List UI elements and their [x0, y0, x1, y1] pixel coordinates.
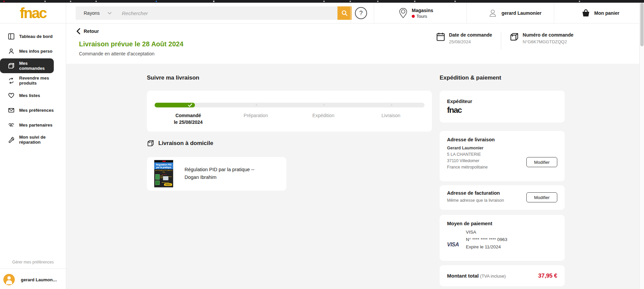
search-input[interactable]	[118, 6, 337, 20]
back-button[interactable]: Retour	[76, 28, 99, 34]
fnac-logo[interactable]: fnac	[20, 6, 46, 20]
product-title: Régulation PID par la pratique -- Dogan …	[185, 166, 254, 181]
calendar-icon	[436, 32, 445, 42]
cover-art: elektor	[154, 174, 173, 187]
order-number-value: N°G6K7MGGTDZQQ2	[523, 39, 573, 44]
product-cover-image: Régulation PID par la pratique avec Rasp…	[154, 160, 173, 187]
mail-icon	[8, 107, 14, 113]
step-expedition: Expédition	[286, 112, 360, 119]
tracking-card: Commandéle 25/08/2024 Préparation Expédi…	[147, 91, 432, 132]
divider	[0, 269, 66, 269]
shipping-address-card: Adresse de livraison Gerard Laumonier 5 …	[440, 131, 565, 181]
basket-icon	[581, 9, 590, 17]
category-dropdown[interactable]: Rayons	[76, 6, 118, 20]
search-button[interactable]	[337, 6, 352, 20]
sidebar-item-label: Mes préférences	[19, 108, 54, 113]
dashboard-icon	[8, 33, 14, 40]
order-header: Retour Livraison prévue le 28 Août 2024 …	[66, 23, 644, 64]
shipper-label: Expéditeur	[447, 99, 472, 104]
order-meta: Date de commande 25/08/2024 Numéro de co…	[436, 32, 573, 50]
total-note: (TVA incluse)	[480, 274, 506, 279]
cart-label: Mon panier	[594, 10, 619, 16]
resell-arrows-icon	[8, 78, 14, 84]
user-icon	[488, 8, 497, 18]
sidebar-item-mes-preferences[interactable]: Mes préférences	[0, 103, 54, 117]
shipper-fnac-logo: fnac	[447, 105, 461, 115]
payment-panel-title: Expédition & paiement	[440, 75, 501, 81]
package-icon	[8, 63, 14, 69]
store-name: Tours	[416, 14, 427, 19]
sidebar-item-label: Mes listes	[19, 93, 40, 98]
avatar	[3, 274, 15, 285]
dot	[213, 1, 214, 2]
shipper-card: Expéditeur fnac	[440, 91, 565, 123]
divider	[374, 3, 374, 23]
payment-details: VISA N° **** **** **** 0963 Expire le 11…	[466, 230, 507, 249]
sidebar-item-mes-listes[interactable]: Mes listes	[0, 88, 54, 103]
dot	[377, 1, 378, 2]
package-icon	[510, 32, 519, 42]
total-label: Montant total	[447, 273, 479, 279]
chevron-down-icon	[108, 12, 112, 14]
sidebar-item-mon-suivi-de-reparation[interactable]: Mon suivi de réparation	[0, 132, 54, 147]
search-icon	[341, 10, 348, 16]
cover-title-band: Régulation PID par la pratique	[154, 162, 173, 169]
sidebar-user[interactable]: gerard Laumon…	[3, 274, 57, 285]
order-date: Date de commande 25/08/2024	[436, 32, 492, 44]
modify-shipping-address-button[interactable]: Modifier	[526, 157, 557, 167]
billing-address-note: Même adresse que la livraison	[447, 198, 504, 203]
modify-billing-address-button[interactable]: Modifier	[526, 192, 557, 202]
visa-logo: VISA	[447, 242, 459, 248]
step-preparation: Préparation	[219, 112, 293, 119]
step-dot	[256, 104, 257, 106]
cart-menu[interactable]: Mon panier	[581, 3, 619, 23]
order-date-value: 25/08/2024	[449, 39, 492, 44]
card-expiry: Expire le 11/2024	[466, 244, 507, 249]
order-number-label: Numéro de commande	[523, 32, 573, 38]
dot	[156, 1, 157, 2]
sidebar-item-mes-partenaires[interactable]: Mes partenaires	[0, 117, 54, 132]
shipping-address-line1: 5 LA CHANTERIE	[447, 152, 481, 157]
manage-preferences-link[interactable]: Gérer mes préférences	[0, 260, 66, 264]
person-icon	[8, 48, 14, 54]
search-bar: Rayons	[76, 6, 352, 20]
scrollbar[interactable]	[639, 3, 644, 289]
sidebar-item-revendre-mes-produits[interactable]: Revendre mes produits	[0, 73, 54, 88]
dot	[95, 1, 97, 2]
dot	[323, 1, 325, 2]
header: fnac Rayons ? Magasins Tours	[0, 3, 644, 23]
help-button[interactable]: ?	[355, 7, 367, 19]
dot	[414, 1, 415, 2]
stores-label: Magasins	[412, 8, 433, 13]
step-dot	[391, 104, 392, 106]
billing-address-label: Adresse de facturation	[447, 190, 500, 196]
stores-menu[interactable]: Magasins Tours	[399, 3, 433, 23]
scrollbar-thumb[interactable]	[640, 3, 644, 46]
account-menu[interactable]: gerard Laumonier	[488, 3, 541, 23]
step-dot	[323, 104, 325, 106]
dot	[70, 1, 71, 2]
order-number: Numéro de commande N°G6K7MGGTDZQQ2	[510, 32, 573, 44]
dot	[454, 1, 456, 2]
progress-track	[155, 103, 425, 107]
sidebar-item-label: Mes partenaires	[19, 123, 52, 128]
sidebar-item-label: Mes commandes	[19, 61, 54, 71]
dot	[3, 1, 5, 2]
step-livraison: Livraison	[354, 112, 428, 119]
heart-icon	[8, 92, 14, 99]
delivery-title-row: Livraison à domicile	[147, 140, 213, 147]
location-pin-icon	[399, 8, 408, 18]
divider	[467, 3, 467, 23]
wrench-icon	[8, 137, 14, 143]
divider	[501, 32, 501, 50]
product-card[interactable]: Régulation PID par la pratique avec Rasp…	[147, 157, 286, 191]
logo-area: fnac	[0, 3, 66, 23]
sidebar-nav: Tableau de bord Mes infos perso Mes comm…	[0, 29, 66, 147]
store-status-dot	[412, 15, 415, 18]
cover-subtitle: avec Raspberry Pi et Arduino Uno	[154, 169, 173, 174]
total-row: Montant total (TVA incluse) 37,95 €	[447, 265, 557, 286]
card-number: N° **** **** **** 0963	[466, 237, 507, 242]
sidebar-item-mes-infos-perso[interactable]: Mes infos perso	[0, 44, 54, 58]
sidebar-item-mes-commandes[interactable]: Mes commandes	[0, 58, 54, 73]
sidebar-item-tableau-de-bord[interactable]: Tableau de bord	[0, 29, 54, 44]
